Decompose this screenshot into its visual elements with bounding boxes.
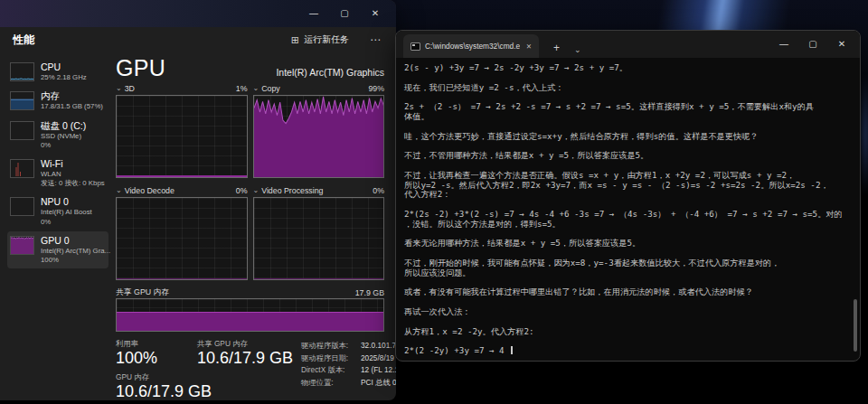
sidebar-item-title: NPU 0	[41, 196, 92, 208]
chart-copy	[253, 95, 385, 178]
sidebar-item-npu[interactable]: NPU 0Intel(R) AI Boost0%	[7, 193, 108, 230]
sidebar-item-text: Wi-FiWLAN发送: 0 接收: 0 Kbps	[41, 158, 105, 188]
sidebar-item-wifi[interactable]: Wi-FiWLAN发送: 0 接收: 0 Kbps	[7, 155, 108, 192]
terminal-window-controls: — ▢ ✕	[769, 31, 856, 58]
terminal-line: 所以y=2 -s。然后代入方程2，即2x +3y=7，而x =s - y =s …	[404, 181, 853, 191]
sidebar-item-subtext: 0%	[41, 218, 92, 227]
stat-value: 10.6/17.9 GB	[116, 382, 197, 400]
gpu-title-row: GPU Intel(R) Arc(TM) Graphics	[116, 51, 384, 81]
gpu-chart-headers-row1: ⌄ 3D 1% ⌄ Copy 99%	[116, 81, 384, 95]
chart-header-copy[interactable]: ⌄ Copy 99%	[253, 81, 385, 95]
chart-label: 3D	[125, 84, 135, 93]
sidebar-item-text: NPU 0Intel(R) AI Boost0%	[41, 196, 92, 226]
terminal-scrollbar[interactable]	[854, 299, 857, 352]
stats-column-1: 利用率 100% GPU 内存 10.6/17.9 GB	[116, 339, 197, 400]
terminal-line: 2(s - y) +3y =7 → 2s -2y +3y =7 → 2s + y…	[404, 63, 853, 73]
chart-baseline	[117, 278, 247, 279]
page-title: 性能	[13, 33, 34, 48]
chart-video-processing	[253, 197, 385, 280]
task-manager-titlebar[interactable]: — ▢ ✕	[0, 0, 396, 27]
new-tab-icon[interactable]: +	[550, 42, 563, 58]
chart-baseline	[254, 278, 384, 279]
chart-value: 1%	[236, 84, 248, 93]
close-icon[interactable]: ✕	[827, 31, 856, 58]
tab-close-icon[interactable]: ✕	[526, 42, 532, 51]
wifi-mini-graph	[10, 159, 34, 178]
sidebar-item-subtext: SSD (NVMe)	[41, 132, 86, 141]
sidebar-item-gpu[interactable]: GPU 0Intel(R) Arc(TM) Gra...100%	[7, 231, 108, 268]
sidebar-item-cpu[interactable]: CPU25% 2.18 GHz	[7, 58, 108, 86]
driver-detail-row: DirectX 版本:12 (FL 12.1)	[301, 364, 396, 377]
gpu-panel: GPU Intel(R) Arc(TM) Graphics ⌄ 3D 1% ⌄ …	[116, 51, 384, 400]
terminal-line: 哇，这个方法更巧妙，直接通过设定s=x+y，然后结合原方程，得到s的值。这样是不…	[404, 132, 853, 142]
detail-label: DirectX 版本:	[301, 364, 361, 377]
run-new-task-label: 运行新任务	[304, 33, 349, 46]
minimize-icon[interactable]: —	[298, 0, 329, 27]
chart-header-3d[interactable]: ⌄ 3D 1%	[116, 81, 248, 95]
terminal-line: ，没错。所以这个方法是对的，得到s=5。	[404, 220, 853, 230]
terminal-tabbar[interactable]: C:\windows\system32\cmd.ex ✕ + ⌄ — ▢ ✕	[396, 31, 860, 58]
chart-label: Video Decode	[125, 186, 175, 195]
more-options-icon[interactable]: ⋯	[364, 32, 387, 48]
terminal-tab-cmd[interactable]: C:\windows\system32\cmd.ex ✕	[403, 34, 539, 58]
task-manager-header: 性能 ⊞ 运行新任务 ⋯	[0, 27, 396, 52]
terminal-line: 2*(2 -2y) +3y =7 → 4	[404, 346, 853, 356]
sidebar: CPU25% 2.18 GHz内存17.8/31.5 GB (57%)磁盘 0 …	[0, 52, 110, 400]
terminal-line: 代入方程2：	[404, 190, 853, 200]
sidebar-item-subtext: 25% 2.18 GHz	[41, 73, 87, 82]
chart-video-decode	[116, 197, 248, 280]
gpu-charts-row1	[116, 95, 384, 178]
sidebar-item-text: CPU25% 2.18 GHz	[41, 61, 87, 82]
chart-value: 0%	[373, 186, 384, 195]
terminal-line: 不过，让我再检查一遍这个方法是否正确。假设s =x + y，由方程1，x +2y…	[404, 171, 853, 181]
chart-header-video-decode[interactable]: ⌄ Video Decode 0%	[116, 183, 248, 197]
shared-memory-fill	[117, 312, 383, 331]
memory-mini-graph	[10, 91, 34, 110]
tab-dropdown-icon[interactable]: ⌄	[571, 45, 585, 58]
chart-3d	[116, 95, 248, 178]
desktop-background: — ▢ ✕ 性能 ⊞ 运行新任务 ⋯ CPU25% 2.18 GHz内存17.8…	[0, 0, 868, 404]
terminal-line: 不过，不管用哪种方法，结果都是x + y =5，所以答案应该是5。	[404, 151, 853, 161]
sidebar-item-text: 磁盘 0 (C:)SSD (NVMe)0%	[41, 120, 86, 150]
run-new-task-button[interactable]: ⊞ 运行新任务	[285, 30, 355, 50]
maximize-icon[interactable]: ▢	[329, 0, 360, 27]
sidebar-item-memory[interactable]: 内存17.8/31.5 GB (57%)	[7, 87, 108, 115]
run-new-task-icon: ⊞	[291, 34, 299, 46]
chart-label: Copy	[261, 84, 280, 93]
terminal-line: 不过，刚开始的时候，我可能有点怀疑，因为x=8，y=-3看起来数值比较大，不过代…	[404, 258, 853, 268]
chevron-down-icon: ⌄	[253, 84, 259, 92]
stat-gpu-memory: GPU 内存 10.6/17.9 GB	[116, 372, 197, 400]
terminal-line	[404, 122, 853, 132]
detail-value: PCI 总线 0、设备 2、功...	[361, 377, 396, 390]
stat-label: 共享 GPU 内存	[197, 339, 301, 349]
maximize-icon[interactable]: ▢	[798, 31, 827, 58]
stat-value: 100%	[116, 349, 197, 369]
chart-header-video-processing[interactable]: ⌄ Video Processing 0%	[253, 183, 385, 197]
shared-memory-header: 共享 GPU 内存 17.9 GB	[116, 287, 384, 298]
sidebar-item-disk[interactable]: 磁盘 0 (C:)SSD (NVMe)0%	[7, 117, 108, 154]
terminal-output[interactable]: 2(s - y) +3y =7 → 2s -2y +3y =7 → 2s + y…	[396, 58, 860, 361]
sidebar-item-subtext: Intel(R) Arc(TM) Gra...	[41, 247, 110, 256]
stat-value: 10.6/17.9 GB	[197, 349, 301, 369]
gpu-mini-graph	[10, 236, 34, 255]
terminal-line	[404, 297, 853, 307]
chart-label: Video Processing	[261, 186, 323, 195]
minimize-icon[interactable]: —	[769, 31, 798, 58]
gpu-stats: 利用率 100% GPU 内存 10.6/17.9 GB 共享 GPU 内存 1…	[116, 339, 384, 400]
terminal-line: 或者，有没有可能我在计算过程中哪里出错了？比如，在用消元法的时候，或者代入法的时…	[404, 287, 853, 297]
gpu-panel-title: GPU	[116, 55, 165, 81]
terminal-line	[404, 73, 853, 83]
terminal-line: 再试一次代入法：	[404, 307, 853, 317]
sidebar-item-title: 内存	[41, 90, 103, 102]
cmd-icon	[410, 42, 420, 51]
driver-detail-row: 驱动程序版本:32.0.101.7026	[301, 340, 396, 352]
disk-mini-graph	[10, 121, 34, 140]
task-manager-header-actions: ⊞ 运行新任务 ⋯	[285, 30, 387, 50]
terminal-line: 现在，我们已经知道y =2 -s，代入上式：	[404, 83, 853, 93]
stat-label: 利用率	[116, 339, 197, 349]
close-icon[interactable]: ✕	[360, 0, 391, 27]
sidebar-item-subtext: 17.8/31.5 GB (57%)	[41, 102, 103, 111]
terminal-tab-title: C:\windows\system32\cmd.ex	[425, 42, 520, 51]
stat-label: GPU 内存	[116, 372, 197, 382]
sidebar-item-text: GPU 0Intel(R) Arc(TM) Gra...100%	[41, 235, 110, 265]
